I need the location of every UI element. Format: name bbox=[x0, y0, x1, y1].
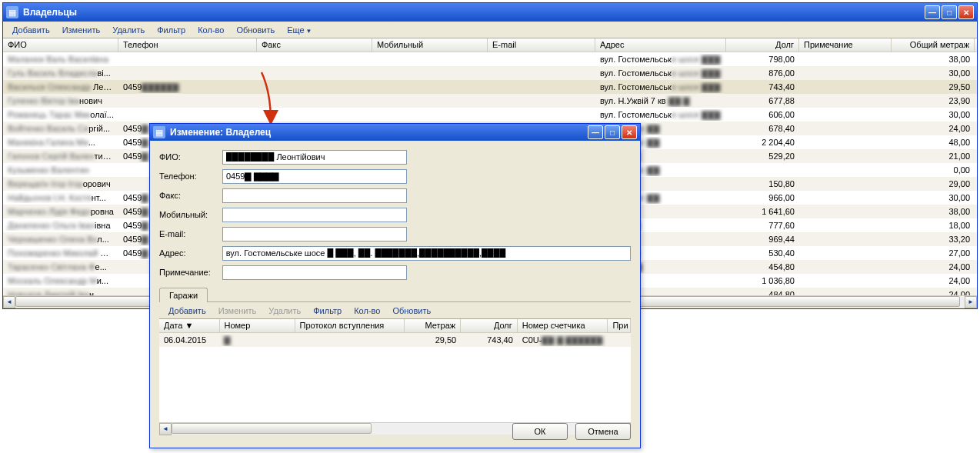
table-row[interactable]: Романець Тарас Миколаї...вул. Гостомельс… bbox=[3, 108, 977, 122]
cell-mobile bbox=[372, 100, 488, 102]
col-debt[interactable]: Долг bbox=[726, 38, 799, 52]
menu-refresh[interactable]: Обновить bbox=[230, 24, 281, 36]
cell-fio: Верещагін Ігор Ігорорович bbox=[3, 178, 118, 189]
sub-col-date[interactable]: Дата ▼ bbox=[159, 319, 220, 332]
maximize-button[interactable]: □ bbox=[942, 5, 957, 19]
sub-menu-filter[interactable]: Фильтр bbox=[307, 305, 348, 317]
dialog-close-button[interactable]: ✕ bbox=[622, 125, 637, 139]
cell-note bbox=[799, 114, 892, 115]
cell-debt: 777,60 bbox=[726, 220, 799, 231]
cell-fio: Москаль Олександр Ми... bbox=[3, 275, 118, 286]
sub-cell-number: ▇ bbox=[219, 335, 295, 346]
cancel-button[interactable]: Отмена bbox=[575, 423, 631, 440]
sub-menu-refresh[interactable]: Обновить bbox=[386, 305, 437, 317]
sub-cell-debt: 743,40 bbox=[461, 335, 518, 345]
menu-count[interactable]: Кол-во bbox=[192, 24, 230, 36]
label-address: Адрес: bbox=[159, 248, 222, 258]
cell-metr: 24,00 bbox=[892, 261, 975, 272]
col-metr[interactable]: Общий метраж bbox=[892, 38, 975, 52]
menu-edit[interactable]: Изменить bbox=[56, 24, 107, 36]
cell-metr: 24,00 bbox=[892, 289, 975, 295]
col-phone[interactable]: Телефон bbox=[118, 38, 257, 52]
cell-metr: 33,20 bbox=[892, 234, 975, 245]
table-row[interactable]: Гуленко Віктор Івановичвул. Н.Ужвій 7 кв… bbox=[3, 94, 977, 108]
cell-metr: 29,50 bbox=[892, 82, 975, 92]
col-mobile[interactable]: Мобильный bbox=[372, 38, 488, 52]
cell-note bbox=[799, 72, 892, 74]
menu-delete[interactable]: Удалить bbox=[106, 24, 151, 36]
sub-col-metr[interactable]: Метраж bbox=[405, 319, 462, 332]
mobile-field[interactable] bbox=[222, 208, 407, 222]
edit-owner-dialog: ▦ Изменение: Владелец — □ ✕ ФИО: Телефон… bbox=[149, 123, 641, 448]
table-row[interactable]: Маланюк Валь Василівнавул. Гостомельське… bbox=[3, 52, 977, 66]
dialog-maximize-button[interactable]: □ bbox=[605, 125, 620, 139]
sub-col-protocol[interactable]: Протокол вступления bbox=[295, 319, 405, 332]
col-email[interactable]: E-mail bbox=[488, 38, 595, 52]
cell-address: вул. Гостомельське шосе ▇▇▇ bbox=[595, 54, 726, 65]
main-title: Владельцы bbox=[23, 7, 925, 18]
fax-field[interactable] bbox=[222, 188, 407, 203]
sub-menu-count[interactable]: Кол-во bbox=[348, 305, 386, 317]
cell-metr: 48,00 bbox=[892, 137, 975, 148]
cell-note bbox=[799, 225, 892, 226]
cell-phone bbox=[118, 114, 257, 115]
cell-fax bbox=[257, 72, 372, 74]
label-email: E-mail: bbox=[159, 229, 222, 238]
cell-note bbox=[799, 128, 892, 129]
col-address[interactable]: Адрес bbox=[595, 38, 726, 52]
address-field[interactable] bbox=[222, 246, 631, 261]
fio-field[interactable] bbox=[222, 150, 407, 165]
cell-metr: 38,00 bbox=[892, 206, 975, 217]
sub-col-note[interactable]: При bbox=[608, 319, 631, 332]
cell-email bbox=[488, 72, 595, 74]
table-row[interactable]: Васильєв Олександр Лео...0459▇▇▇▇▇▇вул. … bbox=[3, 80, 977, 94]
sub-col-meter[interactable]: Номер счетчика bbox=[518, 319, 608, 332]
scroll-right-button[interactable]: ► bbox=[965, 296, 977, 308]
menu-filter[interactable]: Фильтр bbox=[151, 24, 192, 36]
minimize-button[interactable]: — bbox=[925, 5, 940, 19]
cell-phone bbox=[118, 72, 257, 74]
cell-fio: Романець Тарас Миколаї... bbox=[3, 109, 118, 120]
ok-button[interactable]: ОК bbox=[512, 423, 568, 440]
cell-note bbox=[799, 197, 892, 198]
note-field[interactable] bbox=[222, 265, 407, 280]
tab-garages[interactable]: Гаражи bbox=[159, 288, 208, 302]
cell-debt: 677,88 bbox=[726, 95, 799, 106]
cell-fio: Чернишенко Олена Вол... bbox=[3, 234, 118, 245]
col-fio[interactable]: ФИО bbox=[3, 38, 118, 52]
col-note[interactable]: Примечание bbox=[799, 38, 892, 52]
email-field[interactable] bbox=[222, 227, 407, 241]
sub-scroll-left-button[interactable]: ◄ bbox=[159, 423, 172, 435]
dialog-icon: ▦ bbox=[153, 126, 165, 138]
menu-more[interactable]: Еще▼ bbox=[281, 24, 318, 36]
dialog-minimize-button[interactable]: — bbox=[588, 125, 603, 139]
menu-add[interactable]: Добавить bbox=[6, 24, 56, 36]
cell-fio: Войтенко Василь Сергій... bbox=[3, 123, 118, 134]
sub-col-debt[interactable]: Долг bbox=[461, 319, 518, 332]
sub-cell-metr: 29,50 bbox=[405, 335, 462, 345]
sub-col-number[interactable]: Номер bbox=[220, 319, 295, 332]
cell-address: вул. Гостомельське шосе ▇▇▇ bbox=[595, 68, 726, 79]
cell-metr: 24,00 bbox=[892, 123, 975, 134]
col-fax[interactable]: Факс bbox=[257, 38, 372, 52]
cell-debt: 1 036,80 bbox=[726, 275, 799, 286]
sub-menu-edit: Изменить bbox=[212, 305, 263, 317]
cell-debt: 2 204,40 bbox=[726, 137, 799, 148]
close-button[interactable]: ✕ bbox=[958, 5, 974, 19]
cell-fax bbox=[257, 86, 372, 88]
sub-scroll-thumb[interactable] bbox=[172, 423, 372, 434]
cell-metr: 27,00 bbox=[892, 248, 975, 258]
cell-metr: 21,00 bbox=[892, 151, 975, 162]
sub-table-row[interactable]: 06.04.2015 ▇ 29,50 743,40 C0U-▇▇ ▇ ▇▇▇▇▇… bbox=[159, 333, 631, 347]
phone-field[interactable] bbox=[222, 169, 407, 184]
scroll-left-button[interactable]: ◄ bbox=[3, 296, 15, 308]
sub-menu-add[interactable]: Добавить bbox=[162, 305, 212, 317]
cell-metr: 38,00 bbox=[892, 54, 975, 65]
cell-metr: 18,00 bbox=[892, 220, 975, 231]
label-note: Примечание: bbox=[159, 268, 222, 277]
cell-note bbox=[799, 252, 892, 254]
cell-debt: 530,40 bbox=[726, 248, 799, 258]
cell-address: вул. Н.Ужвій 7 кв ▇▇ ▇ bbox=[595, 95, 726, 107]
cell-mobile bbox=[372, 58, 488, 60]
table-row[interactable]: Гуль Василь Владиславі...вул. Гостомельс… bbox=[3, 66, 977, 80]
